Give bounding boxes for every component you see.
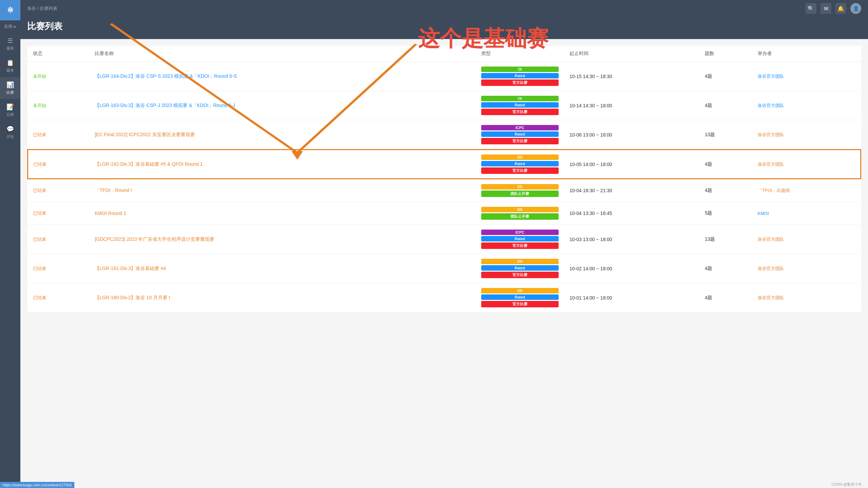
contest-tags: OIRated官方比赛	[476, 91, 564, 120]
contest-time: 10-04 13:30 ~ 16:45	[564, 202, 700, 225]
footer-copyright: CSDN @繁居十年	[829, 481, 865, 488]
contest-tags: IOIRated官方比赛	[476, 149, 564, 179]
tag-官方比赛: 官方比赛	[481, 167, 559, 174]
sidebar-item-exercises[interactable]: 📋 题单	[0, 55, 20, 77]
avatar[interactable]: 👤	[850, 3, 861, 14]
tag-icpc: ICPC	[481, 125, 559, 130]
sidebar-item-problems-label: 题库	[6, 46, 14, 51]
exercises-icon: 📋	[6, 59, 14, 67]
table-row: 已结束【LGR-160-Div.2】洛谷 10 月月赛 IIOIRated官方比…	[28, 283, 861, 312]
tag-团队公开赛: 团队公开赛	[481, 213, 559, 220]
contest-organizer[interactable]: 洛谷官方团队	[752, 62, 861, 91]
contest-time: 10-06 13:00 ~ 18:00	[564, 120, 700, 150]
table-row: 已结束KMOI Round 1IOI团队公开赛10-04 13:30 ~ 16:…	[28, 202, 861, 225]
table-row: 已结束[EC Final 2022] ICPC2022 东亚赛区决赛重现赛ICP…	[28, 120, 861, 150]
contest-tags: IOI团队公开赛	[476, 202, 564, 225]
tag-官方比赛: 官方比赛	[481, 138, 559, 144]
content-area: 状态 比赛名称 类型 起止时间 题数 举办者 未开始【LGR-164-Div.2…	[20, 39, 868, 488]
tag-rated: Rated	[481, 236, 559, 241]
col-count: 题数	[699, 46, 752, 62]
contest-status: 已结束	[28, 149, 89, 179]
tag-官方比赛: 官方比赛	[481, 79, 559, 86]
header-icons: 🔍 ✉ 🔔 👤	[806, 3, 861, 14]
sidebar: ※ 应用 ≫ ☰ 题库 📋 题单 📊 比赛 📝 记录 💬 讨论	[0, 0, 20, 488]
contest-time: 10-14 14:30 ~ 18:00	[564, 91, 700, 120]
mail-button[interactable]: ✉	[820, 3, 831, 14]
apps-arrow-icon: ≫	[13, 25, 16, 29]
search-button[interactable]: 🔍	[806, 3, 816, 14]
col-time: 起止时间	[564, 46, 700, 62]
contest-count: 4题	[699, 179, 752, 202]
logo: ※	[0, 0, 20, 20]
contest-organizer[interactable]: KMOI	[752, 202, 861, 225]
contest-name[interactable]: [GDCPC2023] 2023 年广东省大学生程序设计竞赛重现赛	[89, 225, 476, 254]
contest-count: 4题	[699, 283, 752, 312]
contest-organizer[interactable]: 洛谷官方团队	[752, 91, 861, 120]
contest-organizer[interactable]: 「TFOI」出题组	[752, 179, 861, 202]
contest-name[interactable]: 「TFOI」Round Ⅰ	[89, 179, 476, 202]
tag-rated: Rated	[481, 131, 559, 137]
problems-icon: ☰	[7, 37, 13, 44]
sidebar-item-contests-label: 比赛	[6, 90, 14, 95]
tag-rated: Rated	[481, 102, 559, 108]
contest-status: 未开始	[28, 62, 89, 91]
sidebar-item-exercises-label: 题单	[6, 68, 14, 73]
contest-status: 已结束	[28, 225, 89, 254]
tag-icpc: ICPC	[481, 230, 559, 235]
notification-button[interactable]: 🔔	[835, 3, 846, 14]
contest-tags: IOIRated官方比赛	[476, 283, 564, 312]
contest-status: 已结束	[28, 283, 89, 312]
contest-organizer[interactable]: 洛谷官方团队	[752, 149, 861, 179]
contest-name[interactable]: 【LGR-164-Div.2】洛谷 CSP-S 2023 模拟赛 &「KDOI」…	[89, 62, 476, 91]
table-row: 已结束[GDCPC2023] 2023 年广东省大学生程序设计竞赛重现赛ICPC…	[28, 225, 861, 254]
tag-官方比赛: 官方比赛	[481, 242, 559, 249]
apps-label: 应用	[4, 24, 12, 30]
contest-status: 已结束	[28, 202, 89, 225]
tag-官方比赛: 官方比赛	[481, 109, 559, 115]
contest-count: 5题	[699, 202, 752, 225]
contest-count: 13题	[699, 120, 752, 150]
table-row: 未开始【LGR-164-Div.2】洛谷 CSP-S 2023 模拟赛 &「KD…	[28, 62, 861, 91]
sidebar-item-apps[interactable]: 应用 ≫	[0, 20, 20, 33]
tag-ioi: IOI	[481, 259, 559, 264]
sidebar-item-discuss[interactable]: 💬 讨论	[0, 121, 20, 143]
sidebar-item-records[interactable]: 📝 记录	[0, 99, 20, 121]
sidebar-item-problems[interactable]: ☰ 题库	[0, 33, 20, 55]
tag-团队公开赛: 团队公开赛	[481, 191, 559, 197]
col-status: 状态	[28, 46, 89, 62]
contest-organizer[interactable]: 洛谷官方团队	[752, 283, 861, 312]
col-name: 比赛名称	[89, 46, 476, 62]
contest-time: 10-04 18:30 ~ 21:30	[564, 179, 700, 202]
tag-rated: Rated	[481, 294, 559, 300]
contest-name[interactable]: [EC Final 2022] ICPC2022 东亚赛区决赛重现赛	[89, 120, 476, 150]
contest-time: 10-01 14:00 ~ 18:00	[564, 283, 700, 312]
contest-organizer[interactable]: 洛谷官方团队	[752, 225, 861, 254]
sidebar-item-contests[interactable]: 📊 比赛	[0, 77, 20, 99]
contest-tags: IOI团队公开赛	[476, 179, 564, 202]
contest-name[interactable]: 【LGR-162-Div.3】洛谷基础赛 #5 & QFOI Round 1	[89, 149, 476, 179]
contest-organizer[interactable]: 洛谷官方团队	[752, 120, 861, 150]
contest-name[interactable]: 【LGR-160-Div.2】洛谷 10 月月赛 I	[89, 283, 476, 312]
sidebar-item-discuss-label: 讨论	[6, 134, 14, 139]
contest-name[interactable]: KMOI Round 1	[89, 202, 476, 225]
tag-rated: Rated	[481, 265, 559, 271]
tag-rated: Rated	[481, 73, 559, 78]
sidebar-item-records-label: 记录	[6, 112, 14, 117]
contest-organizer[interactable]: 洛谷官方团队	[752, 254, 861, 283]
tag-ioi: IOI	[481, 207, 559, 212]
contest-tags: OIRated官方比赛	[476, 62, 564, 91]
tag-官方比赛: 官方比赛	[481, 301, 559, 307]
table-row: 已结束「TFOI」Round ⅠIOI团队公开赛10-04 18:30 ~ 21…	[28, 179, 861, 202]
page-title: 比赛列表	[27, 20, 861, 32]
contest-name[interactable]: 【LGR-163-Div.3】洛谷 CSP-J 2023 模拟赛 &「KDOI」…	[89, 91, 476, 120]
contest-table: 状态 比赛名称 类型 起止时间 题数 举办者 未开始【LGR-164-Div.2…	[27, 46, 861, 312]
contest-status: 已结束	[28, 254, 89, 283]
col-organizer: 举办者	[752, 46, 861, 62]
table-header-row: 状态 比赛名称 类型 起止时间 题数 举办者	[28, 46, 861, 62]
page-title-area: 比赛列表	[20, 17, 868, 39]
contest-tags: IOIRated官方比赛	[476, 254, 564, 283]
contest-name[interactable]: 【LGR-161-Div.3】洛谷基础赛 #4	[89, 254, 476, 283]
contests-icon: 📊	[6, 81, 14, 89]
contest-time: 10-05 14:00 ~ 18:00	[564, 149, 700, 179]
table-row: 已结束【LGR-161-Div.3】洛谷基础赛 #4IOIRated官方比赛10…	[28, 254, 861, 283]
